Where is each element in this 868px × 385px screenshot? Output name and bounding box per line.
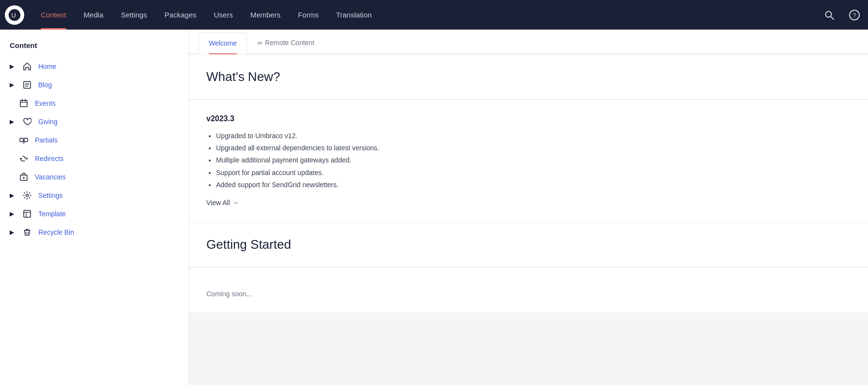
chevron-icon: ▶ — [10, 229, 14, 236]
top-navigation: U Content Media Settings Packages Users … — [0, 0, 868, 30]
sidebar-item-home[interactable]: ▶ Home — [0, 57, 188, 76]
nav-item-forms[interactable]: Forms — [289, 0, 327, 30]
chevron-icon: ▶ — [10, 63, 14, 70]
chevron-icon: ▶ — [10, 118, 14, 125]
svg-line-3 — [831, 16, 834, 19]
sidebar: Content ▶ Home ▶ Blog Events ▶ — [0, 30, 189, 385]
svg-rect-14 — [20, 138, 23, 142]
nav-item-users[interactable]: Users — [205, 0, 241, 30]
sidebar-item-giving[interactable]: ▶ Giving — [0, 112, 188, 131]
chevron-icon: ▶ — [10, 81, 14, 88]
sidebar-item-blog-label: Blog — [38, 81, 52, 89]
sidebar-item-template[interactable]: ▶ Template — [0, 205, 188, 223]
coming-soon-section: Coming soon... — [189, 268, 868, 312]
tab-welcome-label: Welcome — [209, 39, 237, 47]
sidebar-item-blog[interactable]: ▶ Blog — [0, 76, 188, 94]
partials-icon — [18, 136, 29, 144]
getting-started-title: Getting Started — [206, 237, 851, 252]
infinity-icon: ∞ — [257, 39, 262, 47]
home-icon — [22, 62, 32, 71]
list-item: Multiple additional payment gateways add… — [216, 154, 851, 166]
settings-icon — [22, 191, 32, 200]
sidebar-item-redirects-label: Redirects — [35, 155, 63, 162]
sidebar-item-events[interactable]: Events — [0, 94, 188, 112]
blog-icon — [22, 80, 32, 89]
svg-point-16 — [23, 142, 25, 144]
sidebar-item-recycle-bin-label: Recycle Bin — [38, 228, 74, 236]
svg-rect-22 — [24, 210, 31, 217]
sidebar-item-redirects[interactable]: Redirects — [0, 149, 188, 168]
nav-items: Content Media Settings Packages Users Me… — [32, 0, 821, 30]
sidebar-item-template-label: Template — [38, 210, 66, 218]
main-content: Welcome ∞ Remote Content What's New? v20… — [189, 30, 868, 385]
nav-item-members[interactable]: Members — [242, 0, 290, 30]
sidebar-item-giving-label: Giving — [38, 118, 58, 126]
version-section: v2023.3 Upgraded to Umbraco v12. Upgrade… — [189, 100, 868, 222]
help-icon[interactable]: ? — [846, 6, 863, 24]
chevron-icon: ▶ — [10, 192, 14, 199]
list-item: Added support for SendGrid newsletters. — [216, 179, 851, 191]
redirects-icon — [18, 154, 29, 163]
view-all-link[interactable]: View All → — [206, 199, 239, 207]
svg-text:?: ? — [853, 12, 856, 19]
getting-started-section: Getting Started — [189, 223, 868, 267]
sidebar-item-home-label: Home — [38, 63, 56, 70]
logo[interactable]: U — [5, 5, 24, 25]
template-icon — [22, 209, 32, 218]
sidebar-item-recycle-bin[interactable]: ▶ Recycle Bin — [0, 223, 188, 241]
sidebar-item-settings-label: Settings — [38, 192, 63, 199]
nav-item-packages[interactable]: Packages — [156, 0, 205, 30]
nav-item-settings[interactable]: Settings — [112, 0, 155, 30]
search-icon[interactable] — [821, 6, 838, 24]
nav-item-content[interactable]: Content — [32, 0, 75, 30]
nav-item-translation[interactable]: Translation — [327, 0, 381, 30]
tab-remote-content-label: Remote Content — [265, 39, 314, 47]
bullet-list: Upgraded to Umbraco v12. Upgraded all ex… — [206, 130, 851, 191]
chevron-icon: ▶ — [10, 210, 14, 217]
recycle-bin-icon — [22, 228, 32, 237]
tab-welcome[interactable]: Welcome — [199, 32, 247, 54]
sidebar-item-events-label: Events — [35, 99, 56, 107]
layout: Content ▶ Home ▶ Blog Events ▶ — [0, 30, 868, 385]
vacancies-icon — [18, 173, 29, 181]
tabs-bar: Welcome ∞ Remote Content — [189, 30, 868, 54]
version-label: v2023.3 — [206, 114, 851, 123]
svg-point-21 — [26, 194, 29, 197]
sidebar-item-vacancies[interactable]: Vacancies — [0, 168, 188, 186]
tab-remote-content[interactable]: ∞ Remote Content — [247, 32, 325, 53]
nav-item-media[interactable]: Media — [75, 0, 112, 30]
giving-icon — [22, 117, 32, 126]
svg-rect-10 — [20, 100, 27, 107]
sidebar-item-partials-label: Partials — [35, 136, 58, 144]
svg-point-17 — [21, 158, 22, 160]
whats-new-section: What's New? — [189, 55, 868, 99]
svg-text:U: U — [12, 11, 16, 18]
list-item: Upgraded all external dependencies to la… — [216, 142, 851, 154]
coming-soon-text: Coming soon... — [206, 290, 851, 298]
nav-right: ? — [821, 6, 863, 24]
sidebar-title: Content — [0, 41, 188, 57]
sidebar-item-partials[interactable]: Partials — [0, 131, 188, 149]
sidebar-item-vacancies-label: Vacancies — [35, 173, 66, 181]
events-icon — [18, 99, 29, 108]
list-item: Support for partial account updates. — [216, 167, 851, 179]
whats-new-title: What's New? — [206, 69, 851, 84]
list-item: Upgraded to Umbraco v12. — [216, 130, 851, 142]
sidebar-item-settings[interactable]: ▶ Settings — [0, 186, 188, 205]
svg-rect-15 — [24, 138, 28, 142]
